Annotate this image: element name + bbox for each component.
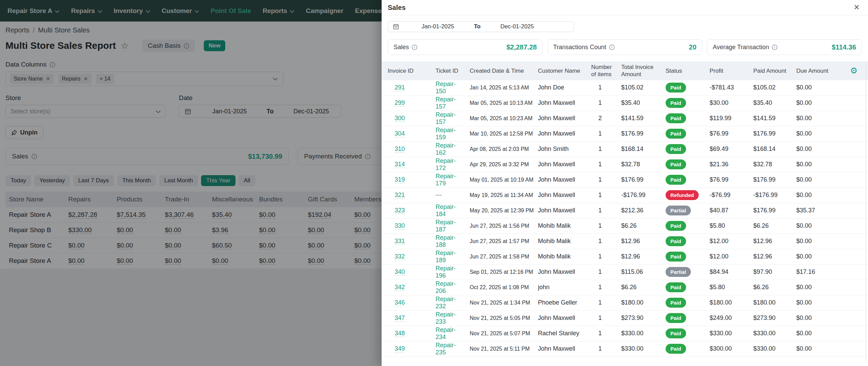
stat-value: 20 (689, 43, 696, 51)
total-amount-cell: $176.99 (615, 176, 659, 183)
status-cell: Refunded (659, 190, 703, 200)
created-date-cell: Mar 05, 2025 at 10:13 AM (464, 100, 532, 106)
invoice-id-cell: 304 (382, 130, 429, 137)
due-amount-cell: $0.00 (790, 238, 834, 245)
invoice-id-link[interactable]: 310 (395, 145, 405, 153)
profit-cell: -$781.43 (703, 84, 747, 91)
paid-amount-cell: $180.00 (747, 299, 790, 306)
profit-cell: $249.00 (703, 314, 747, 322)
ticket-id-link[interactable]: Repair- 234 (436, 326, 456, 340)
ticket-id-cell: Repair- 172 (429, 157, 464, 172)
ticket-id-link[interactable]: Repair- 235 (436, 342, 456, 356)
items-count-cell: 1 (585, 330, 615, 337)
ticket-id-link[interactable]: Repair- 206 (436, 280, 456, 294)
invoice-id-link[interactable]: 349 (395, 345, 405, 352)
items-count-cell: 1 (585, 299, 615, 306)
invoice-id-link[interactable]: 348 (395, 330, 405, 337)
invoice-id-link[interactable]: 330 (395, 222, 405, 229)
ticket-id-cell: Repair- 206 (429, 280, 464, 295)
ticket-id-cell: Repair- 235 (429, 342, 464, 356)
status-cell: Paid (659, 328, 703, 338)
invoice-id-link[interactable]: 314 (395, 161, 405, 168)
invoice-row: 319Repair- 179May 01, 2025 at 10:19 AMJo… (382, 172, 868, 188)
status-badge: Paid (666, 159, 686, 169)
ticket-id-link[interactable]: Repair- 159 (436, 127, 456, 141)
ticket-id-link[interactable]: Repair- 157 (436, 111, 456, 125)
status-cell: Paid (659, 252, 703, 262)
invoice-id-cell: 299 (382, 99, 429, 107)
invoice-id-link[interactable]: 319 (395, 176, 405, 183)
invoice-row: 310Repair- 162Apr 08, 2025 at 2:03 PMJoh… (382, 142, 868, 157)
gear-icon[interactable]: ⚙ (834, 66, 868, 76)
invoice-id-link[interactable]: 340 (395, 268, 405, 276)
invoice-id-link[interactable]: 323 (395, 207, 405, 214)
total-amount-cell: $32.78 (615, 161, 659, 168)
profit-cell: $40.87 (703, 207, 747, 214)
invoice-id-link[interactable]: 291 (395, 84, 405, 91)
invoice-id-link[interactable]: 346 (395, 299, 405, 306)
status-cell: Paid (659, 282, 703, 292)
ticket-id-link[interactable]: Repair- 187 (436, 219, 456, 233)
ticket-id-cell: Repair- 233 (429, 311, 464, 325)
customer-name-cell: John Maxwell (532, 268, 585, 276)
total-amount-cell: $168.14 (615, 145, 659, 153)
ticket-id-link[interactable]: Repair- 184 (436, 203, 456, 217)
status-badge: Paid (666, 113, 686, 123)
customer-name-cell: John Maxwell (532, 345, 585, 352)
invoice-id-link[interactable]: 342 (395, 284, 405, 291)
invoice-column-profit: Profit (703, 67, 747, 74)
status-badge: Paid (666, 298, 686, 308)
status-badge: Paid (666, 282, 686, 292)
ticket-id-cell: Repair- 157 (429, 111, 464, 126)
invoice-id-cell: 349 (382, 345, 429, 352)
invoice-id-link[interactable]: 304 (395, 130, 405, 137)
ticket-id-link[interactable]: Repair- 232 (436, 296, 456, 310)
status-badge: Paid (666, 313, 686, 323)
created-date-cell: Nov 21, 2025 at 5:05 PM (464, 315, 532, 321)
customer-name-cell: john (532, 284, 585, 291)
panel-scrollbar[interactable] (866, 61, 866, 363)
invoice-id-cell: 314 (382, 161, 429, 168)
invoice-row: 340Repair- 196Sep 01, 2025 at 12:16 PMJo… (382, 265, 868, 280)
customer-name-cell: John Maxwell (532, 192, 585, 199)
items-count-cell: 1 (585, 345, 615, 352)
ticket-id-cell: Repair- 179 (429, 173, 464, 187)
total-amount-cell: $212.36 (615, 207, 659, 214)
ticket-id-link[interactable]: Repair- 157 (436, 96, 456, 110)
customer-name-cell: John Maxwell (532, 130, 585, 137)
profit-cell: $300.00 (703, 345, 747, 352)
invoice-id-link[interactable]: 332 (395, 253, 405, 260)
items-count-cell: 1 (585, 130, 615, 137)
invoice-id-link[interactable]: 299 (395, 99, 405, 107)
ticket-id-cell: Repair- 234 (429, 326, 464, 341)
status-badge: Refunded (666, 190, 699, 200)
ticket-id-link[interactable]: Repair- 189 (436, 250, 456, 264)
invoice-id-link[interactable]: 347 (395, 314, 405, 322)
status-cell: Paid (659, 144, 703, 154)
profit-cell: $84.94 (703, 268, 747, 276)
invoice-id-link[interactable]: 300 (395, 115, 405, 122)
invoice-row: 321---May 19, 2025 at 11:34 AMJohn Maxwe… (382, 188, 868, 203)
invoice-id-link[interactable]: 321 (395, 192, 405, 199)
invoice-id-link[interactable]: 331 (395, 238, 405, 245)
invoice-id-cell: 291 (382, 84, 429, 91)
ticket-id-link[interactable]: Repair- 188 (436, 234, 456, 248)
ticket-id-link[interactable]: Repair- 150 (436, 81, 456, 95)
paid-amount-cell: $330.00 (747, 345, 790, 352)
profit-cell: $69.49 (703, 145, 747, 153)
stat-label: Sales (394, 44, 409, 51)
total-amount-cell: -$176.99 (615, 192, 659, 199)
total-amount-cell: $115.06 (615, 268, 659, 276)
paid-amount-cell: $176.99 (747, 130, 790, 137)
ticket-id-link[interactable]: Repair- 179 (436, 173, 456, 187)
ticket-id-link[interactable]: Repair- 196 (436, 265, 456, 279)
close-icon[interactable]: ✕ (854, 4, 860, 11)
invoice-id-cell: 310 (382, 145, 429, 153)
customer-name-cell: John Smith (532, 145, 585, 153)
modal-dim-overlay[interactable] (0, 0, 382, 366)
panel-date-range-input[interactable]: Jan-01-2025 To Dec-01-2025 (388, 21, 574, 32)
panel-title: Sales (388, 4, 405, 12)
ticket-id-link[interactable]: Repair- 233 (436, 311, 456, 325)
ticket-id-link[interactable]: Repair- 172 (436, 157, 456, 171)
ticket-id-link[interactable]: Repair- 162 (436, 142, 456, 156)
